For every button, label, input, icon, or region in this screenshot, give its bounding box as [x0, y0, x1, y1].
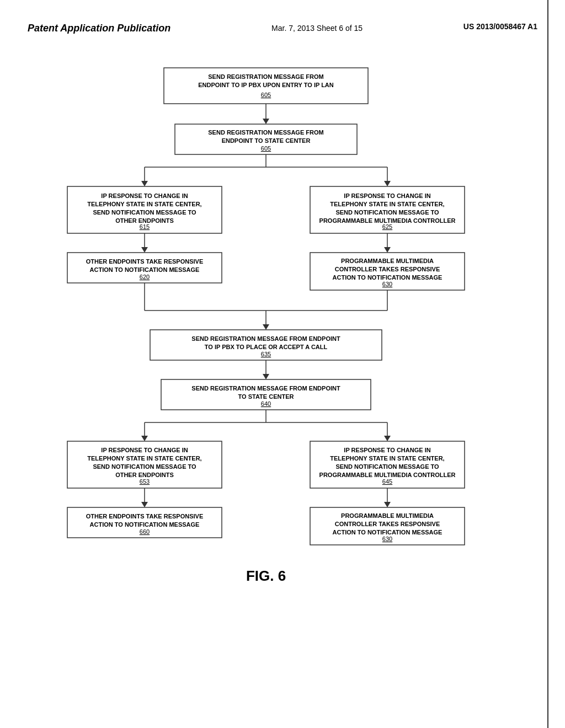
- svg-text:620: 620: [140, 274, 150, 280]
- svg-text:640: 640: [261, 400, 271, 407]
- svg-text:FIG. 6: FIG. 6: [246, 568, 286, 584]
- svg-text:SEND NOTIFICATION MESSAGE TO: SEND NOTIFICATION MESSAGE TO: [93, 463, 196, 470]
- svg-text:625: 625: [382, 223, 392, 230]
- svg-text:630: 630: [382, 281, 392, 287]
- svg-text:PROGRAMMABLE MULTIMEDIA: PROGRAMMABLE MULTIMEDIA: [341, 258, 434, 264]
- svg-text:OTHER ENDPOINTS: OTHER ENDPOINTS: [115, 472, 174, 478]
- svg-text:IP RESPONSE TO CHANGE IN: IP RESPONSE TO CHANGE IN: [101, 192, 188, 199]
- right-border: [547, 0, 548, 728]
- svg-marker-51: [263, 374, 269, 379]
- svg-text:IP RESPONSE TO CHANGE IN: IP RESPONSE TO CHANGE IN: [344, 447, 430, 453]
- publication-title: Patent Application Publication: [28, 22, 170, 35]
- svg-text:SEND NOTIFICATION MESSAGE TO: SEND NOTIFICATION MESSAGE TO: [335, 463, 439, 470]
- svg-text:PROGRAMMABLE MULTIMEDIA CONTRO: PROGRAMMABLE MULTIMEDIA CONTROLLER: [319, 472, 456, 478]
- svg-text:TELEPHONY STATE IN STATE CENTE: TELEPHONY STATE IN STATE CENTER,: [87, 455, 201, 462]
- svg-marker-59: [141, 436, 148, 441]
- svg-text:IP RESPONSE TO CHANGE IN: IP RESPONSE TO CHANGE IN: [101, 447, 188, 453]
- svg-text:635: 635: [261, 351, 271, 357]
- svg-text:SEND NOTIFICATION MESSAGE TO: SEND NOTIFICATION MESSAGE TO: [335, 209, 439, 216]
- svg-marker-77: [384, 502, 391, 507]
- svg-text:PROGRAMMABLE MULTIMEDIA: PROGRAMMABLE MULTIMEDIA: [341, 512, 434, 519]
- svg-text:SEND REGISTRATION MESSAGE FROM: SEND REGISTRATION MESSAGE FROM ENDPOINT: [191, 385, 340, 392]
- svg-text:TELEPHONY STATE IN STATE CENTE: TELEPHONY STATE IN STATE CENTER,: [87, 201, 201, 207]
- svg-text:TELEPHONY STATE IN STATE CENTE: TELEPHONY STATE IN STATE CENTER,: [330, 201, 444, 207]
- svg-text:CONTROLLER TAKES RESPONSIVE: CONTROLLER TAKES RESPONSIVE: [335, 266, 440, 272]
- svg-text:TO STATE CENTER: TO STATE CENTER: [238, 393, 294, 400]
- svg-text:653: 653: [140, 478, 150, 485]
- svg-text:OTHER ENDPOINTS TAKE RESPONSIV: OTHER ENDPOINTS TAKE RESPONSIVE: [86, 513, 204, 520]
- svg-text:CONTROLLER TAKES RESPONSIVE: CONTROLLER TAKES RESPONSIVE: [335, 521, 440, 527]
- svg-text:630: 630: [382, 536, 392, 542]
- svg-text:OTHER ENDPOINTS TAKE RESPONSIV: OTHER ENDPOINTS TAKE RESPONSIVE: [86, 258, 204, 265]
- svg-text:615: 615: [140, 223, 150, 230]
- svg-text:SEND NOTIFICATION MESSAGE TO: SEND NOTIFICATION MESSAGE TO: [93, 209, 196, 216]
- svg-text:SEND REGISTRATION MESSAGE FROM: SEND REGISTRATION MESSAGE FROM ENDPOINT: [191, 335, 340, 342]
- patent-number: US 2013/0058467 A1: [463, 22, 537, 31]
- svg-text:605: 605: [261, 92, 271, 98]
- sheet-info: Mar. 7, 2013 Sheet 6 of 15: [271, 22, 363, 34]
- svg-text:SEND REGISTRATION MESSAGE FROM: SEND REGISTRATION MESSAGE FROM: [208, 73, 323, 80]
- svg-marker-31: [384, 247, 391, 253]
- svg-text:TELEPHONY STATE IN STATE CENTE: TELEPHONY STATE IN STATE CENTER,: [330, 455, 444, 462]
- svg-text:645: 645: [382, 478, 392, 485]
- svg-text:ACTION TO NOTIFICATION MESSAGE: ACTION TO NOTIFICATION MESSAGE: [90, 521, 200, 528]
- svg-text:ACTION TO NOTIFICATION MESSAGE: ACTION TO NOTIFICATION MESSAGE: [333, 274, 443, 281]
- svg-text:ACTION TO NOTIFICATION MESSAGE: ACTION TO NOTIFICATION MESSAGE: [90, 266, 200, 273]
- svg-marker-15: [384, 181, 391, 186]
- svg-text:605: 605: [261, 145, 271, 152]
- flowchart-diagram: SEND REGISTRATION MESSAGE FROM ENDPOINT …: [34, 57, 531, 697]
- svg-marker-13: [141, 181, 148, 186]
- page-header: Patent Application Publication Mar. 7, 2…: [28, 22, 537, 35]
- svg-text:ENDPOINT TO IP PBX UPON ENTRY : ENDPOINT TO IP PBX UPON ENTRY TO IP LAN: [198, 82, 334, 88]
- svg-marker-61: [384, 436, 391, 441]
- page: Patent Application Publication Mar. 7, 2…: [0, 0, 565, 728]
- svg-marker-75: [141, 502, 148, 507]
- svg-marker-45: [263, 324, 269, 330]
- svg-text:ACTION TO NOTIFICATION MESSAGE: ACTION TO NOTIFICATION MESSAGE: [333, 529, 443, 536]
- svg-text:IP RESPONSE TO CHANGE IN: IP RESPONSE TO CHANGE IN: [344, 192, 430, 199]
- svg-marker-29: [141, 247, 148, 253]
- svg-marker-5: [263, 119, 269, 124]
- svg-text:TO IP PBX TO PLACE OR ACCEPT A: TO IP PBX TO PLACE OR ACCEPT A CALL: [205, 344, 328, 350]
- svg-text:ENDPOINT TO STATE CENTER: ENDPOINT TO STATE CENTER: [222, 137, 311, 144]
- svg-text:660: 660: [140, 528, 150, 535]
- svg-text:SEND REGISTRATION MESSAGE FROM: SEND REGISTRATION MESSAGE FROM: [208, 129, 323, 136]
